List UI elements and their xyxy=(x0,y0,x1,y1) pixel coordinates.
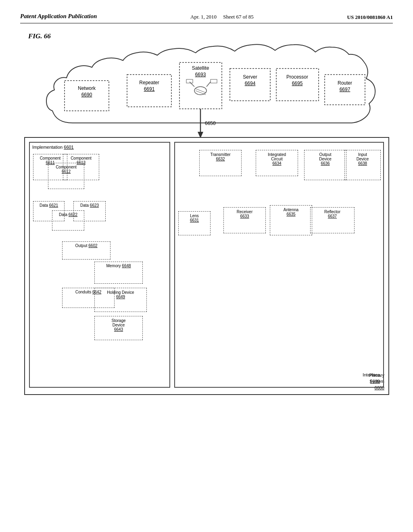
output-device-6636-box: Output Device 6636 xyxy=(304,150,346,180)
server-number: 6694 xyxy=(245,81,256,86)
network-number: 6690 xyxy=(81,92,92,98)
header-center: Apr. 1, 2010 Sheet 67 of 85 xyxy=(190,13,254,21)
recv-label: Receiver xyxy=(226,210,263,214)
holding-num: 6649 xyxy=(97,295,144,299)
iface-label: Interface 6630 xyxy=(363,372,380,384)
lens-6631-box: Lens 6631 xyxy=(178,211,211,235)
refl-num: 6637 xyxy=(313,214,352,218)
output-6602-box: Output 6602 xyxy=(62,241,111,260)
network-label: Network xyxy=(78,85,96,91)
repeater-number: 6691 xyxy=(144,86,155,92)
page: Patent Application Publication Apr. 1, 2… xyxy=(0,0,413,532)
transmitter-num: 6632 xyxy=(202,157,239,161)
cloud-area: Network 6690 Repeater 6691 Satellite 669… xyxy=(24,38,387,139)
repeater-label: Repeater xyxy=(139,80,159,85)
comp-6613-label: Component xyxy=(65,156,97,160)
publication-title: Patent Application Publication xyxy=(20,12,97,21)
reflector-6637-box: Reflector 6637 xyxy=(310,207,355,233)
output-6602-label: Output 6602 xyxy=(64,243,108,248)
od-label2: Device xyxy=(307,157,344,161)
storage-label2: Device xyxy=(97,323,140,327)
antenna-6635-box: Antenna 6635 xyxy=(270,205,312,235)
primary-system-box: Primary System 6600 Implementation 6601 … xyxy=(24,137,389,395)
holding-6649-box: Holding Device 6649 xyxy=(94,288,147,312)
interface-box: Interface 6630 Transmitter 6632 Integrat… xyxy=(174,142,384,388)
data-6623-box: Data 6623 xyxy=(73,201,106,221)
data-6621-label: Data 6621 xyxy=(35,203,63,208)
sheet-number: Sheet 67 of 85 xyxy=(223,14,253,20)
memory-label: Memory 6648 xyxy=(96,264,141,268)
ant-label: Antenna xyxy=(272,208,310,212)
transmitter-label: Transmitter xyxy=(202,152,239,157)
server-label: Server xyxy=(243,74,257,80)
data-6623-label: Data 6623 xyxy=(75,203,104,208)
router-label: Router xyxy=(338,80,352,86)
satellite-label: Satellite xyxy=(192,65,209,71)
processor-label: Processor xyxy=(286,74,308,80)
ic-label2: Circuit xyxy=(258,157,296,161)
component-6613-box: Component 6613 xyxy=(63,154,99,180)
ic-num: 6634 xyxy=(258,161,296,166)
page-header: Patent Application Publication Apr. 1, 2… xyxy=(20,12,393,23)
recv-num: 6633 xyxy=(226,214,263,218)
od-num: 6636 xyxy=(307,161,344,166)
publication-date: Apr. 1, 2010 xyxy=(190,14,217,20)
id-num: 6638 xyxy=(347,161,378,166)
id-label2: Device xyxy=(347,157,378,161)
memory-6648-box: Memory 6648 xyxy=(94,262,143,284)
input-device-6638-box: Input Device 6638 xyxy=(344,150,381,180)
comp-6613-num: 6613 xyxy=(65,160,97,165)
patent-number: US 2010/0081860 A1 xyxy=(347,14,393,21)
transmitter-6632-box: Transmitter 6632 xyxy=(199,150,242,176)
cloud-path xyxy=(46,44,375,123)
ic-6634-box: Integrated Circuit 6634 xyxy=(256,150,298,176)
implementation-box: Implementation 6601 Component 6611 Compo… xyxy=(29,142,170,388)
cloud-svg: Network 6690 Repeater 6691 Satellite 669… xyxy=(24,38,387,139)
router-number: 6697 xyxy=(340,87,350,92)
holding-label: Holding Device xyxy=(97,290,144,295)
od-label: Output xyxy=(307,152,344,157)
storage-label: Storage xyxy=(97,318,140,323)
id-label: Input xyxy=(347,152,378,157)
impl-label: Implementation 6601 xyxy=(32,144,74,150)
arrow-label: 6650 xyxy=(205,121,216,126)
refl-label: Reflector xyxy=(313,210,352,214)
ant-num: 6635 xyxy=(272,212,310,216)
lens-label: Lens xyxy=(181,214,208,218)
processor-number: 6695 xyxy=(292,81,303,86)
ic-label: Integrated xyxy=(258,152,296,157)
receiver-6633-box: Receiver 6633 xyxy=(223,207,266,233)
satellite-number: 6693 xyxy=(195,72,206,77)
lens-num: 6631 xyxy=(181,218,208,222)
storage-num: 6643 xyxy=(97,327,140,332)
comp-6611-label: Component xyxy=(35,156,65,160)
storage-6643-box: Storage Device 6643 xyxy=(94,316,143,340)
